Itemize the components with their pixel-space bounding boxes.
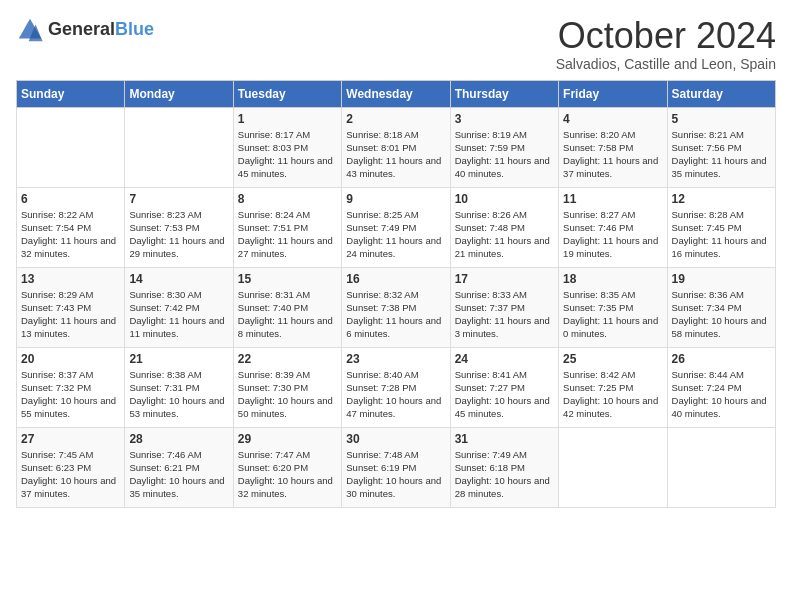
calendar-table: SundayMondayTuesdayWednesdayThursdayFrid… <box>16 80 776 508</box>
cell-info: Sunrise: 7:48 AM Sunset: 6:19 PM Dayligh… <box>346 448 445 501</box>
day-header-saturday: Saturday <box>667 80 775 107</box>
title-block: October 2024 Salvadios, Castille and Leo… <box>556 16 776 72</box>
calendar-cell: 6Sunrise: 8:22 AM Sunset: 7:54 PM Daylig… <box>17 187 125 267</box>
day-number: 6 <box>21 192 120 206</box>
cell-info: Sunrise: 7:45 AM Sunset: 6:23 PM Dayligh… <box>21 448 120 501</box>
day-number: 27 <box>21 432 120 446</box>
day-number: 31 <box>455 432 554 446</box>
cell-info: Sunrise: 8:31 AM Sunset: 7:40 PM Dayligh… <box>238 288 337 341</box>
day-number: 14 <box>129 272 228 286</box>
cell-info: Sunrise: 8:29 AM Sunset: 7:43 PM Dayligh… <box>21 288 120 341</box>
cell-info: Sunrise: 8:26 AM Sunset: 7:48 PM Dayligh… <box>455 208 554 261</box>
day-header-sunday: Sunday <box>17 80 125 107</box>
day-number: 29 <box>238 432 337 446</box>
day-number: 13 <box>21 272 120 286</box>
calendar-cell: 4Sunrise: 8:20 AM Sunset: 7:58 PM Daylig… <box>559 107 667 187</box>
cell-info: Sunrise: 7:47 AM Sunset: 6:20 PM Dayligh… <box>238 448 337 501</box>
cell-info: Sunrise: 8:23 AM Sunset: 7:53 PM Dayligh… <box>129 208 228 261</box>
calendar-cell: 1Sunrise: 8:17 AM Sunset: 8:03 PM Daylig… <box>233 107 341 187</box>
cell-info: Sunrise: 8:28 AM Sunset: 7:45 PM Dayligh… <box>672 208 771 261</box>
day-number: 25 <box>563 352 662 366</box>
day-number: 4 <box>563 112 662 126</box>
day-number: 11 <box>563 192 662 206</box>
calendar-cell: 7Sunrise: 8:23 AM Sunset: 7:53 PM Daylig… <box>125 187 233 267</box>
calendar-cell: 17Sunrise: 8:33 AM Sunset: 7:37 PM Dayli… <box>450 267 558 347</box>
calendar-cell: 30Sunrise: 7:48 AM Sunset: 6:19 PM Dayli… <box>342 427 450 507</box>
day-header-tuesday: Tuesday <box>233 80 341 107</box>
calendar-cell: 18Sunrise: 8:35 AM Sunset: 7:35 PM Dayli… <box>559 267 667 347</box>
day-number: 1 <box>238 112 337 126</box>
day-number: 17 <box>455 272 554 286</box>
calendar-cell: 9Sunrise: 8:25 AM Sunset: 7:49 PM Daylig… <box>342 187 450 267</box>
day-header-thursday: Thursday <box>450 80 558 107</box>
month-title: October 2024 <box>556 16 776 56</box>
calendar-cell: 8Sunrise: 8:24 AM Sunset: 7:51 PM Daylig… <box>233 187 341 267</box>
cell-info: Sunrise: 8:38 AM Sunset: 7:31 PM Dayligh… <box>129 368 228 421</box>
cell-info: Sunrise: 8:21 AM Sunset: 7:56 PM Dayligh… <box>672 128 771 181</box>
logo-icon <box>16 16 44 44</box>
day-number: 12 <box>672 192 771 206</box>
logo-text-general: General <box>48 19 115 39</box>
logo: GeneralBlue <box>16 16 154 44</box>
calendar-cell: 19Sunrise: 8:36 AM Sunset: 7:34 PM Dayli… <box>667 267 775 347</box>
calendar-cell: 29Sunrise: 7:47 AM Sunset: 6:20 PM Dayli… <box>233 427 341 507</box>
cell-info: Sunrise: 8:30 AM Sunset: 7:42 PM Dayligh… <box>129 288 228 341</box>
calendar-week-row: 6Sunrise: 8:22 AM Sunset: 7:54 PM Daylig… <box>17 187 776 267</box>
calendar-cell: 12Sunrise: 8:28 AM Sunset: 7:45 PM Dayli… <box>667 187 775 267</box>
day-number: 19 <box>672 272 771 286</box>
cell-info: Sunrise: 8:42 AM Sunset: 7:25 PM Dayligh… <box>563 368 662 421</box>
calendar-cell: 23Sunrise: 8:40 AM Sunset: 7:28 PM Dayli… <box>342 347 450 427</box>
cell-info: Sunrise: 8:17 AM Sunset: 8:03 PM Dayligh… <box>238 128 337 181</box>
calendar-header-row: SundayMondayTuesdayWednesdayThursdayFrid… <box>17 80 776 107</box>
day-number: 21 <box>129 352 228 366</box>
calendar-cell: 22Sunrise: 8:39 AM Sunset: 7:30 PM Dayli… <box>233 347 341 427</box>
day-number: 30 <box>346 432 445 446</box>
day-number: 9 <box>346 192 445 206</box>
calendar-week-row: 1Sunrise: 8:17 AM Sunset: 8:03 PM Daylig… <box>17 107 776 187</box>
cell-info: Sunrise: 8:24 AM Sunset: 7:51 PM Dayligh… <box>238 208 337 261</box>
calendar-cell: 16Sunrise: 8:32 AM Sunset: 7:38 PM Dayli… <box>342 267 450 347</box>
day-number: 8 <box>238 192 337 206</box>
cell-info: Sunrise: 8:37 AM Sunset: 7:32 PM Dayligh… <box>21 368 120 421</box>
calendar-cell: 3Sunrise: 8:19 AM Sunset: 7:59 PM Daylig… <box>450 107 558 187</box>
day-number: 5 <box>672 112 771 126</box>
calendar-cell <box>125 107 233 187</box>
day-number: 23 <box>346 352 445 366</box>
cell-info: Sunrise: 8:22 AM Sunset: 7:54 PM Dayligh… <box>21 208 120 261</box>
cell-info: Sunrise: 7:46 AM Sunset: 6:21 PM Dayligh… <box>129 448 228 501</box>
calendar-cell: 31Sunrise: 7:49 AM Sunset: 6:18 PM Dayli… <box>450 427 558 507</box>
cell-info: Sunrise: 8:19 AM Sunset: 7:59 PM Dayligh… <box>455 128 554 181</box>
cell-info: Sunrise: 8:44 AM Sunset: 7:24 PM Dayligh… <box>672 368 771 421</box>
cell-info: Sunrise: 8:18 AM Sunset: 8:01 PM Dayligh… <box>346 128 445 181</box>
calendar-cell <box>559 427 667 507</box>
calendar-cell: 5Sunrise: 8:21 AM Sunset: 7:56 PM Daylig… <box>667 107 775 187</box>
day-number: 15 <box>238 272 337 286</box>
cell-info: Sunrise: 8:36 AM Sunset: 7:34 PM Dayligh… <box>672 288 771 341</box>
cell-info: Sunrise: 8:27 AM Sunset: 7:46 PM Dayligh… <box>563 208 662 261</box>
page-header: GeneralBlue October 2024 Salvadios, Cast… <box>16 16 776 72</box>
cell-info: Sunrise: 8:32 AM Sunset: 7:38 PM Dayligh… <box>346 288 445 341</box>
calendar-cell: 28Sunrise: 7:46 AM Sunset: 6:21 PM Dayli… <box>125 427 233 507</box>
location-subtitle: Salvadios, Castille and Leon, Spain <box>556 56 776 72</box>
calendar-cell: 26Sunrise: 8:44 AM Sunset: 7:24 PM Dayli… <box>667 347 775 427</box>
cell-info: Sunrise: 8:33 AM Sunset: 7:37 PM Dayligh… <box>455 288 554 341</box>
day-number: 10 <box>455 192 554 206</box>
calendar-cell: 27Sunrise: 7:45 AM Sunset: 6:23 PM Dayli… <box>17 427 125 507</box>
day-header-friday: Friday <box>559 80 667 107</box>
day-number: 24 <box>455 352 554 366</box>
calendar-cell: 24Sunrise: 8:41 AM Sunset: 7:27 PM Dayli… <box>450 347 558 427</box>
day-number: 16 <box>346 272 445 286</box>
calendar-cell <box>667 427 775 507</box>
cell-info: Sunrise: 8:40 AM Sunset: 7:28 PM Dayligh… <box>346 368 445 421</box>
cell-info: Sunrise: 8:39 AM Sunset: 7:30 PM Dayligh… <box>238 368 337 421</box>
day-number: 20 <box>21 352 120 366</box>
day-number: 28 <box>129 432 228 446</box>
calendar-cell: 25Sunrise: 8:42 AM Sunset: 7:25 PM Dayli… <box>559 347 667 427</box>
calendar-cell: 13Sunrise: 8:29 AM Sunset: 7:43 PM Dayli… <box>17 267 125 347</box>
cell-info: Sunrise: 7:49 AM Sunset: 6:18 PM Dayligh… <box>455 448 554 501</box>
calendar-week-row: 20Sunrise: 8:37 AM Sunset: 7:32 PM Dayli… <box>17 347 776 427</box>
day-number: 26 <box>672 352 771 366</box>
cell-info: Sunrise: 8:41 AM Sunset: 7:27 PM Dayligh… <box>455 368 554 421</box>
day-number: 2 <box>346 112 445 126</box>
day-number: 22 <box>238 352 337 366</box>
